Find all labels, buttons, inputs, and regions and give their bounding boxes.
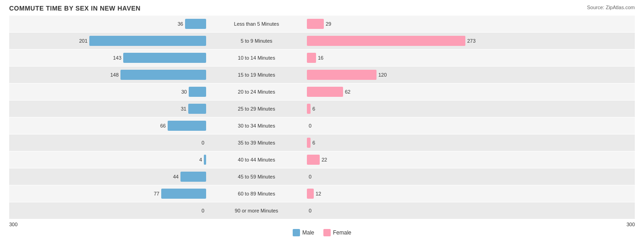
female-value-label: 22: [322, 157, 327, 162]
female-value-label: 273: [467, 38, 475, 44]
left-section: 31: [9, 100, 206, 117]
legend-male-label: Male: [302, 229, 314, 236]
legend-female-label: Female: [333, 229, 351, 236]
table-row: 090 or more Minutes0: [9, 202, 635, 219]
right-section: 0: [307, 202, 504, 219]
male-bar: [168, 121, 206, 131]
left-section: 77: [9, 185, 206, 202]
male-bar: [185, 19, 206, 29]
table-row: 4445 to 59 Minutes0: [9, 168, 635, 185]
male-value-label: 66: [160, 123, 166, 128]
female-value-label: 120: [378, 72, 387, 78]
table-row: 3125 to 29 Minutes6: [9, 100, 635, 117]
source-label: Source: ZipAtlas.com: [587, 5, 635, 10]
male-value-label: 30: [181, 89, 187, 95]
rows-container: 36Less than 5 Minutes292015 to 9 Minutes…: [9, 16, 635, 219]
male-value-label: 36: [178, 21, 183, 27]
right-section: 12: [307, 185, 504, 202]
female-value-label: 29: [326, 21, 331, 27]
left-section: 44: [9, 168, 206, 185]
left-section: 148: [9, 67, 206, 83]
male-bar: [189, 87, 206, 97]
table-row: 14310 to 14 Minutes16: [9, 50, 635, 66]
female-bar: [307, 53, 316, 63]
male-bar: [188, 104, 206, 114]
left-section: 0: [9, 202, 206, 219]
left-section: 143: [9, 50, 206, 66]
female-bar: [307, 138, 311, 148]
row-label: 45 to 59 Minutes: [206, 174, 307, 179]
female-bar: [307, 70, 377, 80]
table-row: 3020 to 24 Minutes62: [9, 84, 635, 100]
male-value-label: 148: [110, 72, 119, 78]
row-label: 30 to 34 Minutes: [206, 123, 307, 128]
axis-right: 300: [627, 222, 635, 227]
right-section: 0: [307, 117, 504, 134]
left-section: 201: [9, 33, 206, 49]
legend-male-box: [293, 229, 300, 236]
row-label: 5 to 9 Minutes: [206, 38, 307, 44]
male-value-label: 31: [181, 106, 186, 112]
right-section: 29: [307, 16, 504, 32]
table-row: 440 to 44 Minutes22: [9, 151, 635, 168]
female-bar: [307, 19, 324, 29]
female-value-label: 6: [312, 140, 315, 145]
male-value-label: 201: [79, 38, 87, 44]
legend-male: Male: [293, 229, 314, 236]
chart-title: COMMUTE TIME BY SEX IN NEW HAVEN: [9, 5, 635, 12]
female-value-label: 0: [309, 208, 311, 213]
row-label: 40 to 44 Minutes: [206, 157, 307, 162]
left-section: 66: [9, 117, 206, 134]
right-section: 6: [307, 134, 504, 151]
legend-female: Female: [323, 229, 351, 236]
female-value-label: 62: [345, 89, 350, 95]
left-section: 0: [9, 134, 206, 151]
male-value-label: 0: [202, 140, 204, 145]
male-value-label: 44: [173, 174, 179, 179]
table-row: 7760 to 89 Minutes12: [9, 185, 635, 202]
male-value-label: 4: [199, 157, 202, 162]
left-section: 30: [9, 84, 206, 100]
axis-left: 300: [9, 222, 17, 227]
table-row: 035 to 39 Minutes6: [9, 134, 635, 151]
table-row: 14815 to 19 Minutes120: [9, 67, 635, 83]
male-bar: [120, 70, 206, 80]
right-section: 22: [307, 151, 504, 168]
right-section: 16: [307, 50, 504, 66]
female-value-label: 0: [309, 174, 311, 179]
row-label: 25 to 29 Minutes: [206, 106, 307, 112]
left-section: 4: [9, 151, 206, 168]
row-label: 10 to 14 Minutes: [206, 55, 307, 61]
female-value-label: 12: [316, 191, 321, 196]
legend-female-box: [323, 229, 331, 236]
female-value-label: 16: [318, 55, 323, 61]
female-bar: [307, 36, 465, 46]
right-section: 6: [307, 100, 504, 117]
female-bar: [307, 87, 343, 97]
right-section: 62: [307, 84, 504, 100]
left-section: 36: [9, 16, 206, 32]
male-bar: [161, 189, 206, 199]
row-label: 15 to 19 Minutes: [206, 72, 307, 78]
male-bar: [89, 36, 206, 46]
male-value-label: 143: [113, 55, 121, 61]
female-bar: [307, 189, 314, 199]
male-bar: [123, 53, 206, 63]
female-bar: [307, 104, 311, 114]
female-value-label: 0: [309, 123, 311, 128]
axis-row: 300 300: [9, 222, 635, 227]
row-label: Less than 5 Minutes: [206, 21, 307, 27]
right-section: 273: [307, 33, 504, 49]
chart-container: COMMUTE TIME BY SEX IN NEW HAVEN Source:…: [0, 0, 644, 240]
row-label: 90 or more Minutes: [206, 208, 307, 213]
table-row: 6630 to 34 Minutes0: [9, 117, 635, 134]
male-value-label: 0: [202, 208, 204, 213]
table-row: 2015 to 9 Minutes273: [9, 33, 635, 49]
row-label: 60 to 89 Minutes: [206, 191, 307, 196]
legend: Male Female: [9, 229, 635, 236]
male-bar: [180, 172, 206, 182]
row-label: 20 to 24 Minutes: [206, 89, 307, 95]
right-section: 120: [307, 67, 504, 83]
male-value-label: 77: [154, 191, 159, 196]
right-section: 0: [307, 168, 504, 185]
